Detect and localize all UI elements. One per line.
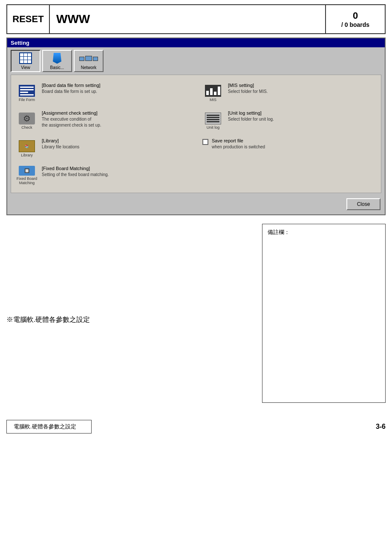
save-report-title: Save report file (212, 138, 376, 143)
toolbar-basic-button[interactable]: Basic... (42, 50, 72, 72)
library-text: [Library] Library file locations (42, 138, 190, 150)
dialog-titlebar: Setting (7, 38, 385, 47)
close-label: Close (357, 201, 370, 207)
file-form-icon-container: File Form (16, 83, 37, 102)
page-footer: 電腦軟.硬體各參數之設定 3-6 (6, 420, 386, 434)
mis-item[interactable]: MIS [MIS setting] Select folder for MIS. (202, 80, 376, 104)
fixed-board-icon-container: 🔲 Fixed Board Matching (16, 166, 37, 185)
network-comp-main (85, 56, 92, 61)
notes-area: 備註欄： (262, 224, 386, 403)
boards-counter: 0 / 0 boards (325, 5, 385, 33)
check-icon-container: Check (16, 110, 37, 130)
fixed-board-desc: Setting of the fixed board matching. (42, 172, 190, 178)
reset-button[interactable]: RESET (7, 5, 50, 33)
save-report-checkbox[interactable] (202, 139, 208, 145)
basic-icon (50, 52, 64, 64)
unitlog-icon (205, 113, 221, 124)
footer-text: 電腦軟.硬體各參數之設定 (14, 423, 76, 430)
library-item[interactable]: 📚 Library [Library] Library file locatio… (16, 136, 190, 160)
network-comp-small2 (93, 57, 98, 61)
page-number: 3-6 (376, 423, 386, 431)
mis-icon (205, 85, 221, 97)
library-icon: 📚 (19, 140, 35, 152)
bottom-section: ※電腦軟.硬體各參數之設定 備註欄： (6, 224, 386, 403)
boards-number: 0 (353, 10, 358, 21)
main-note-text: ※電腦軟.硬體各參數之設定 (6, 315, 254, 324)
fixed-board-icon: 🔲 (19, 166, 35, 176)
dialog-toolbar: View Basic... Network (7, 47, 385, 72)
mis-title: [MIS setting] (228, 83, 376, 88)
mis-icon-container: MIS (202, 83, 224, 102)
view-icon (19, 52, 32, 64)
toolbar-network-button[interactable]: Network (74, 50, 104, 72)
empty-cell (202, 163, 376, 188)
library-icon-container: 📚 Library (16, 138, 37, 157)
unitlog-text: [Unit log setting] Select folder for uni… (228, 110, 376, 122)
dialog-footer: Close (7, 197, 385, 214)
unitlog-item[interactable]: Unit log [Unit log setting] Select folde… (202, 108, 376, 132)
setting-dialog: Setting View Basic... (6, 38, 386, 215)
left-content: ※電腦軟.硬體各參數之設定 (6, 224, 254, 403)
file-form-text: [Board data file form setting] Board dat… (42, 83, 190, 95)
fixed-board-item[interactable]: 🔲 Fixed Board Matching [Fixed Board Matc… (16, 163, 190, 188)
save-report-text: Save report file when production is swit… (212, 138, 376, 150)
save-report-desc: when production is switched (212, 144, 376, 150)
network-label: Network (81, 65, 97, 70)
fixed-board-text: [Fixed Board Matching] Setting of the fi… (42, 166, 190, 178)
footer-box: 電腦軟.硬體各參數之設定 (6, 420, 92, 434)
unitlog-desc: Select folder for unit log. (228, 116, 376, 122)
check-item[interactable]: Check [Assignment check setting] The exe… (16, 108, 190, 132)
setting-content: File Form [Board data file form setting]… (11, 75, 381, 193)
network-icon (82, 52, 95, 64)
top-bar: RESET WWW 0 / 0 boards (6, 4, 386, 34)
close-button[interactable]: Close (346, 198, 380, 210)
mis-desc: Select folder for MIS. (228, 89, 376, 95)
check-icon (19, 113, 35, 124)
file-form-icon (19, 85, 35, 97)
file-form-item[interactable]: File Form [Board data file form setting]… (16, 80, 190, 104)
file-form-desc: Board data file form is set up. (42, 89, 190, 95)
view-label: View (21, 65, 30, 70)
network-comp-small (79, 57, 84, 61)
save-report-item: Save report file when production is swit… (202, 136, 376, 160)
fixed-board-title: [Fixed Board Matching] (42, 166, 190, 171)
library-desc: Library file locations (42, 144, 190, 150)
check-title: [Assignment check setting] (42, 110, 190, 116)
boards-text: / 0 boards (341, 21, 369, 28)
notes-label: 備註欄： (268, 228, 380, 236)
dialog-title: Setting (11, 40, 29, 46)
library-title: [Library] (42, 138, 190, 143)
mis-text: [MIS setting] Select folder for MIS. (228, 83, 376, 95)
toolbar-view-button[interactable]: View (11, 50, 40, 72)
check-text: [Assignment check setting] The executive… (42, 110, 190, 128)
unitlog-title: [Unit log setting] (228, 110, 376, 116)
unitlog-icon-container: Unit log (202, 110, 224, 130)
www-label: WWW (50, 5, 325, 33)
file-form-title: [Board data file form setting] (42, 83, 190, 88)
basic-label: Basic... (50, 65, 64, 70)
reset-label: RESET (12, 14, 43, 25)
check-desc: The executive condition ofthe assignment… (42, 116, 190, 128)
